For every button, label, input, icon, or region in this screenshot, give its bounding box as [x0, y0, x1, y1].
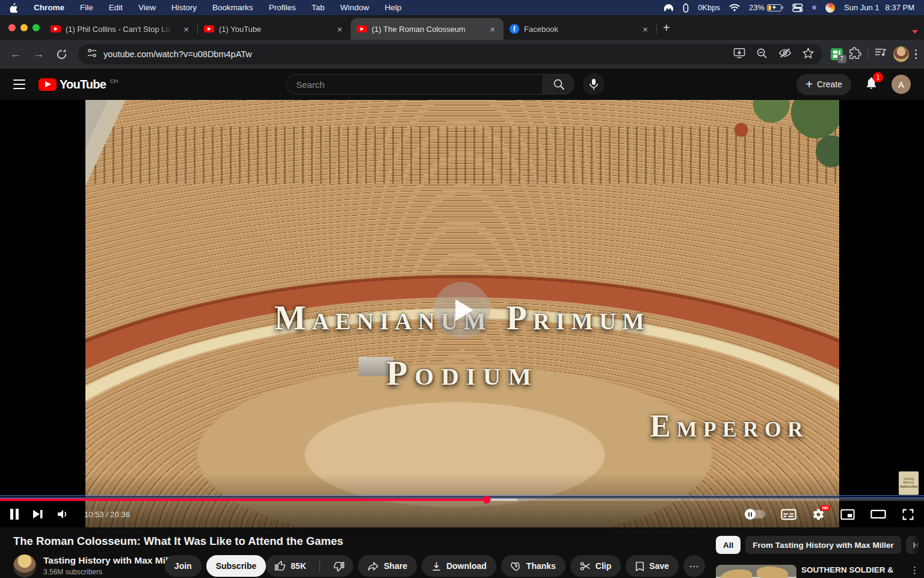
- chrome-menu-kebab-icon[interactable]: [915, 49, 917, 60]
- tab-facebook[interactable]: f Facebook ×: [504, 18, 656, 40]
- suggested-menu-kebab-icon[interactable]: ⋮: [910, 565, 919, 578]
- menu-file[interactable]: File: [80, 3, 93, 12]
- menu-profiles[interactable]: Profiles: [269, 3, 296, 12]
- bookmark-star-icon[interactable]: [802, 48, 814, 61]
- url-text[interactable]: youtube.com/watch?v=u08Dbm4pATw: [103, 49, 727, 59]
- control-center-icon[interactable]: [792, 4, 803, 12]
- related-panel: All From Tasting History with Max Miller…: [716, 533, 919, 578]
- battery-percent: 23%: [749, 3, 765, 12]
- guide-hamburger-icon[interactable]: [13, 79, 25, 89]
- close-tab-icon[interactable]: ×: [640, 23, 650, 35]
- voice-search-button[interactable]: [583, 73, 605, 95]
- share-icon: [368, 561, 379, 571]
- apple-icon[interactable]: [10, 3, 18, 13]
- tab-title: (1) The Roman Colosseum: [372, 25, 482, 34]
- suggested-video[interactable]: SOUTHERN SOLDIER & DIXIE at GETTYSBURG 1…: [716, 565, 919, 578]
- theater-mode-button[interactable]: [870, 509, 886, 519]
- adblock-extension-icon[interactable]: 7: [831, 48, 843, 60]
- next-button[interactable]: [32, 509, 43, 520]
- close-tab-icon[interactable]: ×: [334, 23, 345, 35]
- peripheral-battery-icon[interactable]: [683, 3, 689, 13]
- close-tab-icon[interactable]: ×: [487, 23, 497, 35]
- eye-off-icon[interactable]: [778, 48, 792, 61]
- download-button[interactable]: Download: [422, 555, 496, 577]
- menubar-clock[interactable]: Sun Jun 1 8:37 PM: [844, 3, 914, 12]
- suggested-thumbnail[interactable]: [716, 565, 796, 578]
- tab-title: (1) Phil Collins - Can't Stop Lo: [66, 25, 176, 34]
- volume-button[interactable]: [57, 509, 70, 520]
- subscribe-button[interactable]: Subscribe: [206, 555, 266, 577]
- menu-bookmarks[interactable]: Bookmarks: [212, 3, 253, 12]
- channel-avatar[interactable]: [13, 555, 36, 577]
- tab-youtube-home[interactable]: (1) YouTube ×: [198, 18, 351, 40]
- net-speed[interactable]: 0Kbps: [698, 3, 720, 12]
- search-button[interactable]: [543, 74, 574, 95]
- create-label: Create: [817, 79, 842, 89]
- miniplayer-button[interactable]: [840, 509, 855, 520]
- suggested-title[interactable]: SOUTHERN SOLDIER & DIXIE at GETTYSBURG 1…: [801, 565, 908, 578]
- account-avatar[interactable]: A: [892, 75, 911, 94]
- extensions-puzzle-icon[interactable]: [849, 47, 861, 62]
- svg-text:$: $: [515, 563, 517, 568]
- menu-view[interactable]: View: [138, 3, 156, 12]
- reload-button[interactable]: [53, 49, 70, 60]
- status-app-icon[interactable]: [825, 3, 835, 13]
- play-overlay-button[interactable]: [434, 282, 490, 338]
- pause-button[interactable]: [10, 508, 19, 520]
- watch-page-below: The Roman Colosseum: What It Was Like to…: [0, 527, 924, 578]
- address-bar[interactable]: youtube.com/watch?v=u08Dbm4pATw: [78, 44, 822, 64]
- subtitles-button[interactable]: [781, 509, 796, 520]
- wifi-icon[interactable]: [729, 4, 740, 11]
- thanks-button[interactable]: $ Thanks: [501, 555, 565, 577]
- search-box[interactable]: [286, 74, 543, 95]
- tab-roman-colosseum-active[interactable]: (1) The Roman Colosseum ×: [351, 18, 504, 40]
- back-button[interactable]: ←: [7, 48, 24, 61]
- install-app-icon[interactable]: [733, 48, 745, 61]
- share-button[interactable]: Share: [358, 555, 417, 577]
- thanks-heart-icon: $: [511, 561, 522, 571]
- settings-button[interactable]: HD: [812, 508, 825, 521]
- menu-tab[interactable]: Tab: [312, 3, 325, 12]
- chrome-profile-avatar[interactable]: [893, 46, 909, 62]
- zoom-window-button[interactable]: [32, 24, 40, 31]
- menu-history[interactable]: History: [171, 3, 197, 12]
- toolbar-divider: [867, 48, 868, 60]
- forward-button[interactable]: →: [30, 48, 47, 61]
- tab-phil-collins[interactable]: (1) Phil Collins - Can't Stop Lo ×: [45, 18, 197, 40]
- notifications-button[interactable]: 1: [864, 76, 878, 93]
- tab-search-chevron-icon[interactable]: [912, 30, 918, 34]
- filter-chip-all[interactable]: All: [716, 536, 741, 554]
- menu-window[interactable]: Window: [340, 3, 369, 12]
- chrome-toolbar: ← → youtube.com/watch?v=u08Dbm4pATw 7: [0, 40, 924, 69]
- battery-indicator[interactable]: 23%: [749, 3, 783, 12]
- close-tab-icon[interactable]: ×: [181, 23, 191, 35]
- channel-name[interactable]: Tasting History with Max Miller: [43, 555, 179, 566]
- search-input[interactable]: [296, 79, 533, 90]
- menu-help[interactable]: Help: [384, 3, 401, 12]
- menubar-app-name[interactable]: Chrome: [34, 3, 64, 12]
- new-tab-button[interactable]: +: [657, 21, 676, 40]
- video-player[interactable]: Maenianum Primum Podium Emperor Tasting …: [0, 100, 924, 527]
- filter-chip-channel[interactable]: From Tasting History with Max Miller: [745, 536, 901, 554]
- menu-edit[interactable]: Edit: [109, 3, 123, 12]
- autoplay-toggle[interactable]: [745, 510, 765, 518]
- like-button[interactable]: 85K: [266, 561, 315, 572]
- filter-chip-history[interactable]: Hist: [906, 536, 920, 554]
- close-window-button[interactable]: [8, 24, 16, 31]
- site-info-icon[interactable]: [87, 48, 97, 60]
- media-controls-icon[interactable]: [874, 48, 887, 61]
- youtube-logo[interactable]: YouTube CH: [38, 78, 118, 91]
- save-button[interactable]: Save: [626, 555, 679, 577]
- clip-button[interactable]: Clip: [570, 555, 621, 577]
- like-count: 85K: [291, 561, 306, 571]
- more-actions-button[interactable]: ⋯: [683, 555, 705, 577]
- menubar-date: Sun Jun 1: [844, 3, 879, 12]
- channel-watermark[interactable]: Tasting History Subscribe: [899, 471, 919, 495]
- vpn-icon[interactable]: [664, 4, 674, 12]
- dislike-button[interactable]: [325, 561, 353, 572]
- fullscreen-button[interactable]: [902, 508, 914, 521]
- zoom-out-icon[interactable]: [756, 48, 768, 61]
- create-button[interactable]: + Create: [796, 74, 851, 95]
- join-button[interactable]: Join: [165, 555, 202, 577]
- minimize-window-button[interactable]: [20, 24, 28, 31]
